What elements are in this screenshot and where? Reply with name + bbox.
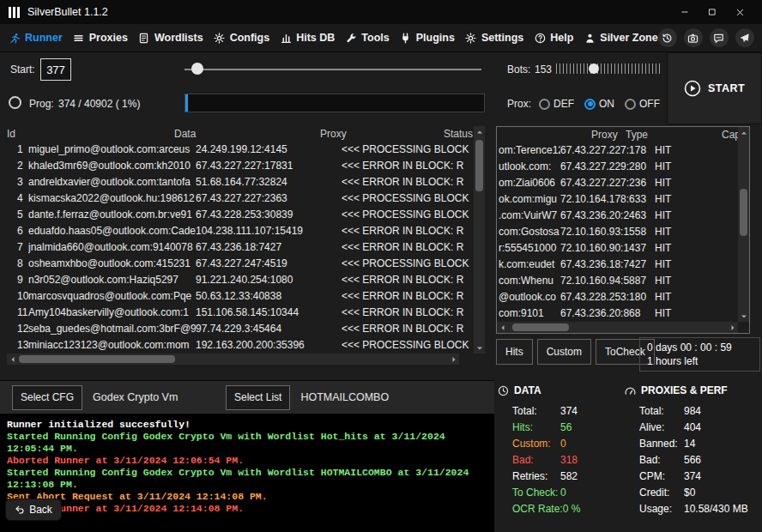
close-button[interactable] [726,0,753,24]
scrollbar-thumb[interactable] [740,189,747,236]
column-header[interactable]: Proxy [591,129,626,141]
send-icon[interactable] [735,28,754,47]
maximize-button[interactable] [698,0,726,24]
back-button[interactable]: Back [5,499,62,521]
table-row[interactable]: 9 n3r052@outlook.com:Haziq5297 91.221.24… [7,272,485,288]
bots-slider-thumb[interactable] [589,63,599,74]
table-row[interactable]: 13 miniacc123123@outlook.com:mom 192.163… [7,337,485,354]
column-header[interactable]: Status [444,128,473,140]
cell-id: 8 [7,256,28,272]
stat-row: Hits: 56 [498,419,620,435]
start-button[interactable]: START [667,52,762,124]
hit-row[interactable]: com:Gostosa 72.10.160.93:1558 HIT [497,224,749,240]
bots-value: 153 [535,63,552,76]
main-table-hscrollbar[interactable] [7,354,459,365]
nav-item-help[interactable]: Help [534,32,573,44]
hit-row[interactable]: k.com:eudet 67.43.236.18:7427 HIT [497,257,749,273]
stat-value: 582 [560,470,578,482]
cell-id: 5 [7,207,28,223]
cell-proxy: 67.43.227.247:4519 [196,256,342,272]
stat-row: Total: 984 [625,402,762,419]
nav-item-hits-db[interactable]: Hits DB [280,32,335,44]
scroll-down-icon[interactable] [474,342,485,354]
stat-row: Retries: 582 [498,468,620,484]
hits-table-vscrollbar[interactable] [738,127,749,322]
nav-item-configs[interactable]: Configs [214,32,270,44]
nav-item-tools[interactable]: Tools [345,32,389,44]
nav-item-proxies[interactable]: Proxies [73,32,128,44]
scrollbar-thumb[interactable] [475,140,483,191]
scroll-left-icon[interactable] [497,322,508,333]
scroll-left-icon[interactable] [7,354,18,365]
table-row[interactable]: 12 seba_guedes@hotmail.com:3brF@9 97.74.… [7,321,485,337]
hit-row[interactable]: @outlook.co 67.43.228.253:180 HIT [497,289,749,305]
prox-on-radio[interactable]: ON [584,98,614,110]
scroll-up-icon[interactable] [738,127,749,138]
bots-slider[interactable] [556,61,662,78]
nav-item-plugins[interactable]: Plugins [400,32,455,44]
hit-row[interactable]: om:Ziai0606 67.43.227.227:236 HIT [497,175,749,191]
nav-item-icon [584,32,596,44]
stat-label: To Check: [512,487,560,499]
start-button-label: START [708,82,745,94]
prox-options: DEF ON OFF [539,94,660,114]
scroll-down-icon[interactable] [738,311,749,322]
table-row[interactable]: 10 marcosvquadros@outlook.com:Pqe 50.63.… [7,288,485,305]
scroll-right-icon[interactable] [448,354,459,365]
scrollbar-thumb[interactable] [512,323,569,331]
nav-item-label: Silver Zone [600,32,657,44]
main-table-vscrollbar[interactable] [474,126,485,354]
nav-item-silver-zone[interactable]: Silver Zone [584,32,657,44]
table-row[interactable]: 2 khaled3mr69@outlook.com:kh2010 67.43.2… [7,158,485,174]
column-header[interactable]: Type [626,129,722,141]
hit-row[interactable]: .com:VuirW7 67.43.236.20:2463 HIT [497,208,749,224]
table-row[interactable]: 5 dante.f.ferraz@outlook.com.br:ve91 67.… [7,207,485,223]
cell-data: ok.com:migu [497,191,560,208]
table-row[interactable]: 1 miguel_primo@outlook.com:arceus 24.249… [7,142,485,158]
nav-item-settings[interactable]: Settings [465,32,523,44]
start-slider-thumb[interactable] [191,63,203,75]
tab-hits[interactable]: Hits [496,339,533,365]
hits-table-hscrollbar[interactable] [497,322,738,333]
scroll-up-icon[interactable] [474,126,485,137]
scroll-right-icon[interactable] [727,322,738,333]
app-logo-icon [9,7,20,18]
hit-row[interactable]: om:Terence12 67.43.227.227:178 HIT [497,142,749,159]
column-header[interactable]: Proxy [320,128,444,140]
table-row[interactable]: 11 Amy104baskervilly@outlook.com:1 151.1… [7,305,485,321]
camera-icon[interactable] [684,28,703,47]
prog-radio[interactable] [9,96,21,109]
data-stats-title: DATA [514,384,541,396]
hit-row[interactable]: com:Whenu 72.10.160.94:5887 HIT [497,273,749,289]
start-input[interactable] [40,58,71,81]
stat-value: 0 [560,438,566,450]
cell-proxy: 67.43.227.227:17831 [196,158,342,174]
cell-type: HIT [655,224,689,240]
hit-row[interactable]: ok.com:migu 72.10.164.178:633 HIT [497,191,749,208]
column-header[interactable]: Id [7,128,174,140]
hit-row[interactable]: com:9101 67.43.236.20:868 HIT [497,305,749,322]
start-slider[interactable] [184,57,481,82]
prox-off-radio[interactable]: OFF [625,98,660,110]
stat-value: $0 [684,487,695,499]
table-row[interactable]: 4 kismacska2022@outlook.hu:198612 67.43.… [7,190,485,207]
column-header[interactable]: Data [174,128,320,140]
history-icon[interactable] [658,28,677,47]
nav-item-runner[interactable]: Runner [9,32,63,44]
prox-def-radio[interactable]: DEF [539,98,574,110]
table-row[interactable]: 8 osheamxhbo@outlook.com:415231 67.43.22… [7,256,485,272]
table-row[interactable]: 3 andreldxavier@outlook.com:tantofa 51.6… [7,174,485,190]
chat-icon[interactable] [710,28,729,47]
tab-custom[interactable]: Custom [537,339,591,365]
table-row[interactable]: 7 jnalmida660@outlook.com:9140078 67.43.… [7,239,485,256]
select-list-button[interactable]: Select List [226,385,290,410]
hits-tabs: Hits Custom ToCheck [496,339,655,365]
nav-item-wordlists[interactable]: Wordlists [138,32,203,44]
select-cfg-button[interactable]: Select CFG [12,385,82,410]
scrollbar-thumb[interactable] [19,355,175,363]
table-row[interactable]: 6 eduafdo.haas05@outlook.com:Cade 104.23… [7,223,485,239]
hit-row[interactable]: r:555451000 72.10.160.90:1437 HIT [497,240,749,257]
minimize-button[interactable] [671,0,698,24]
hit-row[interactable]: utlook.com: 67.43.227.229:280 HIT [497,159,749,175]
cell-data: osheamxhbo@outlook.com:415231 [28,256,196,272]
